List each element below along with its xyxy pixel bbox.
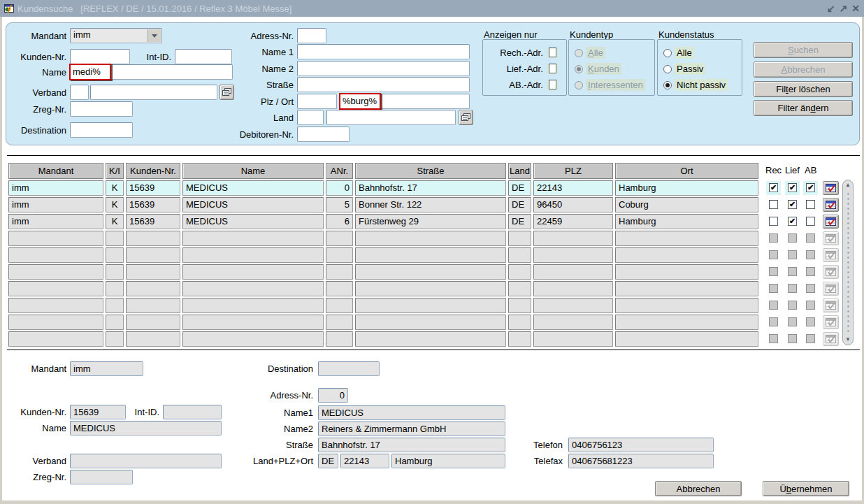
land-lov-button[interactable] bbox=[459, 110, 473, 125]
column-header-land[interactable]: Land bbox=[508, 163, 531, 179]
table-cell[interactable]: Bahnhofstr. 17 bbox=[355, 180, 506, 196]
lief-checkbox[interactable]: ✔ bbox=[788, 200, 797, 209]
table-cell[interactable]: 15639 bbox=[126, 197, 180, 213]
table-cell[interactable]: 15639 bbox=[126, 214, 180, 229]
filter-verband-name-input[interactable] bbox=[90, 85, 217, 100]
filter-debitoren-nr-input[interactable] bbox=[297, 127, 350, 142]
rech-adr-checkbox[interactable]: ✔ bbox=[549, 48, 556, 57]
detail-int-id-field[interactable] bbox=[163, 405, 222, 419]
column-header-stra-e[interactable]: Straße bbox=[355, 163, 506, 179]
table-cell[interactable]: DE bbox=[508, 180, 531, 196]
filter-plz-input[interactable] bbox=[297, 94, 337, 109]
table-cell[interactable]: 96450 bbox=[533, 197, 613, 213]
detail-name1-field[interactable] bbox=[318, 405, 505, 420]
filter-l-schen-button[interactable]: Filter löschen bbox=[754, 81, 853, 97]
table-cell[interactable]: 5 bbox=[326, 197, 353, 213]
table-cell[interactable]: 22459 bbox=[533, 214, 613, 229]
filter-name2-input[interactable] bbox=[297, 61, 470, 76]
scrollbar-track[interactable] bbox=[846, 192, 851, 333]
table-cell[interactable]: K bbox=[106, 197, 124, 213]
column-header-plz[interactable]: PLZ bbox=[533, 163, 613, 179]
table-cell[interactable]: DE bbox=[508, 214, 531, 229]
detail-mandant-field[interactable] bbox=[70, 361, 143, 376]
close-icon[interactable]: ✕ bbox=[851, 0, 860, 17]
ab-checkbox[interactable]: ✔ bbox=[806, 200, 815, 209]
detail-strasse-field[interactable] bbox=[318, 438, 505, 452]
filter-name1-input[interactable] bbox=[297, 44, 470, 59]
chevron-down-icon[interactable] bbox=[147, 29, 161, 42]
column-header-anr[interactable]: ANr. bbox=[326, 163, 353, 179]
column-header-mandant[interactable]: Mandant bbox=[8, 163, 103, 179]
table-cell[interactable]: 6 bbox=[326, 214, 353, 229]
ab-adr-checkbox[interactable]: ✔ bbox=[549, 80, 556, 89]
passiv-radio[interactable] bbox=[663, 65, 672, 73]
filter-int-id-input[interactable] bbox=[175, 49, 232, 64]
table-cell[interactable]: 15639 bbox=[126, 180, 180, 196]
table-cell[interactable]: Hamburg bbox=[615, 180, 758, 196]
detail-name-field[interactable] bbox=[70, 421, 222, 435]
column-header-kunden-nr[interactable]: Kunden-Nr. bbox=[126, 163, 180, 179]
vertical-scrollbar[interactable]: ▲ ▼ bbox=[842, 180, 854, 345]
bernehmen-button[interactable]: Übernehmen bbox=[763, 481, 849, 496]
lief-checkbox[interactable]: ✔ bbox=[788, 183, 797, 192]
detail-zreg-nr-field[interactable] bbox=[70, 470, 133, 484]
table-cell[interactable]: imm bbox=[8, 180, 103, 196]
table-cell[interactable]: Fürstenweg 29 bbox=[355, 214, 506, 229]
filter-adress-nr-input[interactable] bbox=[297, 28, 326, 43]
row-address-button[interactable] bbox=[823, 198, 839, 212]
detail-ort-field[interactable] bbox=[391, 454, 505, 468]
rec-checkbox[interactable]: ✔ bbox=[769, 200, 778, 209]
ab-checkbox[interactable]: ✔ bbox=[806, 183, 815, 192]
detail-adress-nr-field[interactable] bbox=[318, 388, 348, 403]
nicht-passiv-radio[interactable] bbox=[663, 81, 672, 89]
filter-ort-input[interactable]: %burg% bbox=[340, 94, 470, 109]
table-cell[interactable]: Hamburg bbox=[615, 214, 758, 229]
filter-destination-input[interactable] bbox=[70, 122, 133, 138]
column-header-k-i[interactable]: K/I bbox=[106, 163, 124, 179]
detail-telefon-field[interactable] bbox=[568, 438, 714, 452]
abbrechen-button[interactable]: Abbrechen bbox=[655, 481, 742, 496]
scroll-down-icon[interactable]: ▼ bbox=[845, 336, 851, 343]
filter-mandant-combo[interactable]: imm bbox=[70, 28, 162, 43]
detail-telefax-field[interactable] bbox=[568, 454, 714, 468]
scroll-up-icon[interactable]: ▲ bbox=[845, 182, 851, 189]
lief-checkbox[interactable]: ✔ bbox=[788, 217, 797, 226]
detail-name2-field[interactable] bbox=[318, 422, 505, 436]
filter-verband-code-input[interactable] bbox=[70, 85, 89, 100]
table-cell[interactable]: imm bbox=[8, 214, 103, 229]
row-address-button[interactable] bbox=[823, 181, 839, 195]
table-cell[interactable]: K bbox=[106, 214, 124, 229]
filter-strasse-input[interactable] bbox=[297, 77, 470, 92]
table-cell[interactable]: K bbox=[106, 180, 124, 196]
detail-plz-field[interactable] bbox=[340, 454, 389, 468]
rec-checkbox[interactable]: ✔ bbox=[769, 217, 778, 226]
table-cell[interactable]: MEDICUS bbox=[182, 214, 324, 229]
detail-land-field[interactable] bbox=[318, 454, 338, 468]
filter-land-code-input[interactable] bbox=[297, 110, 324, 125]
detail-kunden-nr-field[interactable] bbox=[70, 405, 126, 419]
title-bar[interactable]: Kundensuche [REFLEX / DE / 15.01.2016 / … bbox=[0, 0, 864, 17]
restore-up-icon[interactable]: ↗ bbox=[840, 0, 848, 17]
restore-down-icon[interactable]: ↙ bbox=[827, 0, 835, 17]
table-cell[interactable]: MEDICUS bbox=[182, 180, 324, 196]
table-cell[interactable]: DE bbox=[508, 197, 531, 213]
ab-checkbox[interactable]: ✔ bbox=[806, 217, 815, 226]
table-cell[interactable]: Coburg bbox=[615, 197, 758, 213]
filter-land-name-input[interactable] bbox=[326, 110, 456, 125]
alle-radio[interactable] bbox=[663, 49, 672, 57]
filter-kunden-nr-input[interactable] bbox=[70, 49, 130, 64]
detail-verband-field[interactable] bbox=[70, 454, 222, 468]
filter-name-input[interactable]: medi% bbox=[70, 64, 233, 80]
lief-adr-checkbox[interactable]: ✔ bbox=[549, 64, 556, 73]
rec-checkbox[interactable]: ✔ bbox=[769, 183, 778, 192]
row-address-button[interactable] bbox=[823, 215, 839, 229]
column-header-name[interactable]: Name bbox=[182, 163, 324, 179]
detail-destination-field[interactable] bbox=[318, 361, 380, 376]
filter-ndern-button[interactable]: Filter ändern bbox=[754, 100, 853, 116]
table-cell[interactable]: imm bbox=[8, 197, 103, 213]
table-cell[interactable]: MEDICUS bbox=[182, 197, 324, 213]
table-cell[interactable]: Bonner Str. 122 bbox=[355, 197, 506, 213]
table-cell[interactable]: 22143 bbox=[533, 180, 613, 196]
table-cell[interactable]: 0 bbox=[326, 180, 353, 196]
filter-zreg-nr-input[interactable] bbox=[70, 101, 133, 117]
